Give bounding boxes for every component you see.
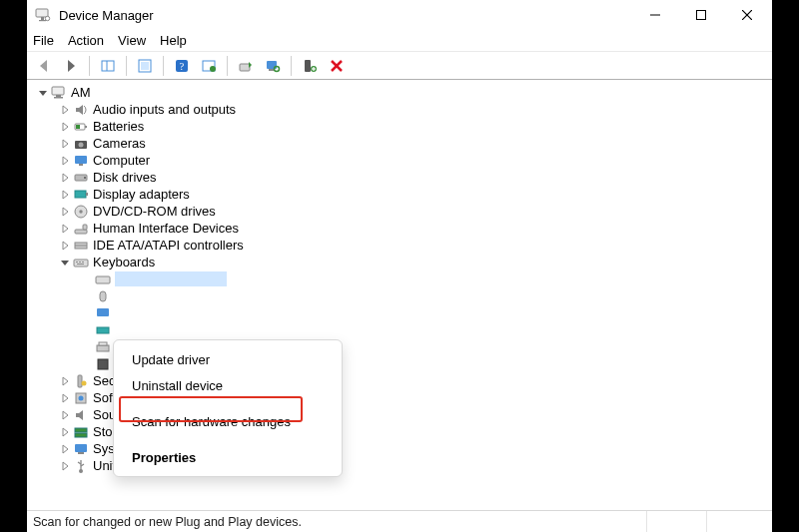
- computer-icon: [51, 85, 67, 101]
- chevron-right-icon[interactable]: [59, 224, 71, 234]
- forward-button[interactable]: [60, 55, 82, 77]
- svg-rect-55: [97, 345, 109, 351]
- svg-rect-20: [305, 60, 311, 72]
- ctx-uninstall-device[interactable]: Uninstall device: [114, 372, 342, 398]
- svg-rect-57: [98, 359, 108, 369]
- chevron-right-icon[interactable]: [59, 241, 71, 251]
- ctx-scan-hardware[interactable]: Scan for hardware changes: [114, 408, 342, 434]
- disk-icon: [73, 170, 89, 186]
- svg-rect-65: [78, 452, 84, 454]
- svg-rect-49: [82, 262, 84, 263]
- menu-help[interactable]: Help: [160, 33, 187, 48]
- processor-icon: [95, 356, 111, 372]
- uninstall-button[interactable]: [326, 55, 348, 77]
- device-tree-area: AM Audio inputs and outputs Batteries Ca…: [27, 80, 772, 510]
- tree-label: IDE ATA/ATAPI controllers: [93, 237, 244, 254]
- storage-icon: [73, 424, 89, 440]
- svg-rect-39: [86, 193, 88, 196]
- svg-rect-43: [83, 225, 87, 230]
- svg-rect-47: [76, 262, 78, 263]
- console-button[interactable]: [134, 55, 156, 77]
- monitor-icon: [95, 305, 111, 321]
- svg-rect-34: [75, 156, 87, 164]
- keyboard-icon: [95, 271, 111, 287]
- tree-root[interactable]: AM: [37, 84, 766, 101]
- tree-device[interactable]: [81, 321, 766, 338]
- chevron-right-icon[interactable]: [59, 122, 71, 132]
- system-icon: [73, 441, 89, 457]
- svg-rect-38: [75, 191, 86, 198]
- network-icon: [95, 322, 111, 338]
- chevron-right-icon[interactable]: [59, 173, 71, 183]
- tree-category[interactable]: DVD/CD-ROM drives: [59, 203, 766, 220]
- chevron-right-icon[interactable]: [59, 105, 71, 115]
- display-adapter-icon: [73, 187, 89, 203]
- menu-action[interactable]: Action: [68, 33, 104, 48]
- scan-hardware-button[interactable]: [262, 55, 284, 77]
- tree-category[interactable]: Batteries: [59, 118, 766, 135]
- chevron-right-icon[interactable]: [59, 393, 71, 403]
- close-button[interactable]: [724, 0, 770, 30]
- back-button[interactable]: [33, 55, 55, 77]
- tree-device[interactable]: [81, 304, 766, 321]
- ctx-properties[interactable]: Properties: [114, 444, 342, 470]
- svg-rect-52: [100, 291, 106, 301]
- menu-view[interactable]: View: [118, 33, 146, 48]
- menubar: File Action View Help: [27, 30, 772, 52]
- window-title: Device Manager: [59, 8, 632, 23]
- usb-icon: [73, 458, 89, 474]
- tree-category[interactable]: Cameras: [59, 135, 766, 152]
- chevron-right-icon[interactable]: [59, 376, 71, 386]
- tree-category-keyboards[interactable]: Keyboards: [59, 254, 766, 270]
- printer-icon: [95, 339, 111, 355]
- chevron-right-icon[interactable]: [59, 427, 71, 437]
- tree-device-selected[interactable]: [81, 270, 766, 287]
- chevron-right-icon[interactable]: [59, 139, 71, 149]
- tree-category[interactable]: Disk drives: [59, 169, 766, 186]
- chevron-right-icon[interactable]: [59, 461, 71, 471]
- update-driver-button[interactable]: [235, 55, 257, 77]
- options-button[interactable]: [198, 55, 220, 77]
- add-hardware-button[interactable]: [299, 55, 321, 77]
- tree-label: Keyboards: [93, 254, 155, 270]
- svg-rect-0: [36, 9, 48, 17]
- maximize-button[interactable]: [678, 0, 724, 30]
- monitor-icon: [73, 153, 89, 169]
- tree-category[interactable]: Computer: [59, 152, 766, 169]
- tree-category[interactable]: Audio inputs and outputs: [59, 101, 766, 118]
- minimize-button[interactable]: [632, 0, 678, 30]
- svg-point-37: [84, 177, 86, 179]
- show-hidden-button[interactable]: [97, 55, 119, 77]
- chevron-right-icon[interactable]: [59, 156, 71, 166]
- svg-rect-35: [79, 164, 83, 166]
- tree-root-label: AM: [71, 84, 91, 101]
- svg-rect-42: [75, 230, 87, 234]
- context-menu: Update driver Uninstall device Scan for …: [113, 339, 343, 477]
- tree-label: Disk drives: [93, 169, 157, 186]
- help-button[interactable]: ?: [171, 55, 193, 77]
- software-icon: [73, 390, 89, 406]
- svg-rect-26: [52, 87, 64, 95]
- mouse-icon: [95, 288, 111, 304]
- chevron-right-icon[interactable]: [59, 410, 71, 420]
- chevron-down-icon[interactable]: [59, 258, 71, 267]
- tree-category[interactable]: Human Interface Devices: [59, 220, 766, 237]
- dvd-icon: [73, 204, 89, 220]
- tree-device[interactable]: [81, 287, 766, 304]
- svg-rect-48: [79, 262, 81, 263]
- tree-category[interactable]: Display adapters: [59, 186, 766, 203]
- ctx-update-driver[interactable]: Update driver: [114, 346, 342, 372]
- tree-category[interactable]: IDE ATA/ATAPI controllers: [59, 237, 766, 254]
- audio-icon: [73, 102, 89, 118]
- svg-rect-54: [97, 327, 109, 333]
- tree-label: Batteries: [93, 118, 144, 135]
- chevron-right-icon[interactable]: [59, 207, 71, 217]
- battery-icon: [73, 119, 89, 135]
- svg-point-41: [79, 210, 82, 213]
- chevron-right-icon[interactable]: [59, 190, 71, 200]
- menu-file[interactable]: File: [33, 33, 54, 48]
- svg-rect-64: [75, 444, 87, 452]
- svg-point-19: [275, 66, 280, 71]
- chevron-down-icon[interactable]: [37, 88, 49, 98]
- chevron-right-icon[interactable]: [59, 444, 71, 454]
